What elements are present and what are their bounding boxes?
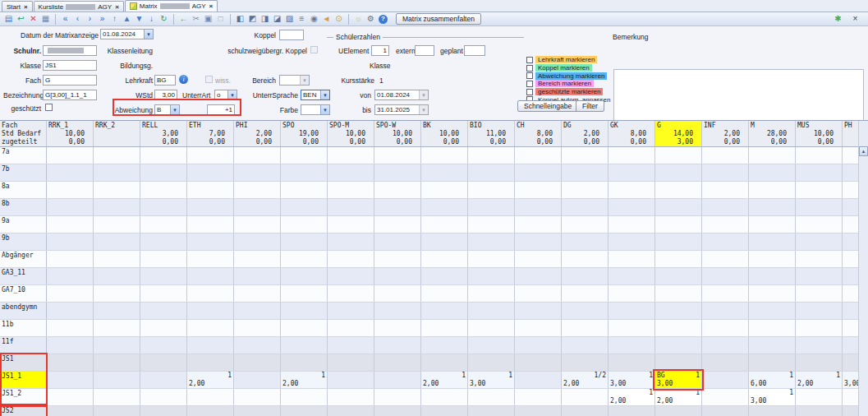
- matrix-cell-8b-PHI[interactable]: [234, 199, 281, 215]
- matrix-cell-9b-DG[interactable]: [562, 233, 609, 250]
- clock-icon[interactable]: ⊙: [333, 13, 345, 25]
- row-label-7b[interactable]: 7b: [0, 164, 47, 181]
- matrix-cell-11f-MUS[interactable]: [796, 337, 843, 354]
- matrix-cell-9a-RRK_1[interactable]: [47, 216, 94, 233]
- row-label-11f[interactable]: 11f: [0, 337, 47, 354]
- matrix-cell-JS2-DG[interactable]: [562, 406, 609, 416]
- preview-icon[interactable]: ◉: [308, 13, 320, 25]
- matrix-cell-9a-CH[interactable]: [515, 216, 562, 233]
- matrix-cell-JS1_2-MUS[interactable]: [796, 389, 843, 405]
- rooms-icon[interactable]: ▨: [283, 13, 296, 25]
- matrix-cell-11b-BK[interactable]: [421, 320, 468, 336]
- matrix-cell-GA3_11-SPO-M[interactable]: [328, 268, 374, 284]
- abweichung-extra-input[interactable]: [207, 104, 235, 115]
- copy-icon[interactable]: ▣: [202, 13, 214, 25]
- row-label-GA7_10[interactable]: GA7_10: [0, 285, 47, 302]
- geplant-input[interactable]: [464, 45, 485, 56]
- matrix-cell-JS1_1-PHI[interactable]: [234, 372, 281, 388]
- teachers-icon[interactable]: ◩: [246, 13, 259, 25]
- matrix-cell-11f-RRK_1[interactable]: [47, 337, 94, 354]
- matrix-cell-JS1_2-M[interactable]: 13,00: [749, 389, 796, 405]
- matrix-cell-GA7_10-INF[interactable]: [702, 285, 749, 302]
- matrix-cell-7b-RELL[interactable]: [140, 164, 187, 181]
- column-header-SPO-M[interactable]: SPO-M10,000,00: [328, 121, 374, 146]
- matrix-cell-abendgymn-SPO-W[interactable]: [374, 303, 421, 319]
- matrix-cell-8b-SPO[interactable]: [281, 199, 328, 215]
- matrix-cell-GA7_10-M[interactable]: [749, 285, 796, 302]
- matrix-cell-JS1_1-BK[interactable]: 12,00: [421, 372, 468, 388]
- save-icon[interactable]: ▤: [2, 13, 15, 25]
- matrix-cell-JS1_2-SPO-M[interactable]: [328, 389, 374, 405]
- matrix-cell-9b-INF[interactable]: [702, 233, 749, 250]
- matrix-cell-7b-INF[interactable]: [702, 164, 749, 181]
- courses-icon[interactable]: ◪: [271, 13, 283, 25]
- matrix-cell-GA7_10-SPO-M[interactable]: [328, 285, 374, 302]
- settings-icon[interactable]: ⚙: [365, 13, 377, 25]
- close-panel-icon[interactable]: ×: [849, 13, 861, 25]
- matrix-cell-GA3_11-INF[interactable]: [702, 268, 749, 284]
- matrix-cell-JS1-SPO-W[interactable]: [374, 354, 421, 371]
- matrix-cell-GA3_11-RRK_1[interactable]: [47, 268, 94, 284]
- matrix-cell-JS1_2-G[interactable]: 12,00: [655, 389, 702, 405]
- edit-table-icon[interactable]: ▦: [39, 13, 52, 25]
- matrix-cell-11f-SPO-W[interactable]: [374, 337, 421, 354]
- matrix-cell-7b-BK[interactable]: [421, 164, 468, 181]
- untersprache-combobox[interactable]: BEN ▼: [301, 90, 330, 100]
- column-header-ETH[interactable]: ETH7,000,00: [187, 121, 234, 146]
- matrix-cell-GA3_11-CH[interactable]: [515, 268, 562, 284]
- row-label-JS2[interactable]: JS2: [0, 406, 47, 416]
- row-label-JS1_1[interactable]: JS1_1: [0, 372, 47, 388]
- paste-icon[interactable]: □: [214, 13, 227, 25]
- first-record-icon[interactable]: «: [59, 13, 71, 25]
- matrix-cell-8b-BIO[interactable]: [468, 199, 515, 215]
- matrix-cell-JS1_2-DG[interactable]: [562, 389, 609, 405]
- matrix-cell-GA7_10-SPO[interactable]: [281, 285, 328, 302]
- matrix-cell-GA7_10-DG[interactable]: [562, 285, 609, 302]
- matrix-cell-8a-SPO[interactable]: [281, 182, 328, 198]
- tab-kursliste[interactable]: Kursliste AGY×: [34, 1, 124, 12]
- matrix-cell-abendgymn-RRK_2[interactable]: [94, 303, 140, 319]
- matrix-cell-11b-RRK_2[interactable]: [94, 320, 140, 336]
- matrix-cell-7a-SPO-W[interactable]: [374, 147, 421, 164]
- matrix-cell-7b-PHI[interactable]: [234, 164, 281, 181]
- matrix-cell-GA7_10-SPO-W[interactable]: [374, 285, 421, 302]
- matrix-cell-8a-SPO-W[interactable]: [374, 182, 421, 198]
- matrix-cell-GA3_11-G[interactable]: [655, 268, 702, 284]
- matrix-cell-abendgymn-SPO-M[interactable]: [328, 303, 374, 319]
- matrix-cell-JS1-DG[interactable]: [562, 354, 609, 371]
- matrix-cell-JS1_2-BIO[interactable]: [468, 389, 515, 405]
- chevron-down-icon[interactable]: ▼: [144, 30, 153, 39]
- matrix-cell-9b-RRK_2[interactable]: [94, 233, 140, 250]
- matrix-cell-JS1_1-MUS[interactable]: 12,00: [796, 372, 843, 388]
- matrix-cell-11f-BK[interactable]: [421, 337, 468, 354]
- matrix-cell-8b-CH[interactable]: [515, 199, 562, 215]
- matrix-cell-8b-GK[interactable]: [609, 199, 655, 215]
- matrix-cell-JS2-GK[interactable]: [609, 406, 655, 416]
- matrix-cell-JS1_1-GK[interactable]: 13,00: [609, 372, 655, 388]
- column-header-G[interactable]: G14,003,00: [655, 121, 702, 146]
- matrix-cell-11b-M[interactable]: [749, 320, 796, 336]
- matrix-cell-JS1_2-SPO-W[interactable]: [374, 389, 421, 405]
- matrix-cell-JS2-PHI[interactable]: [234, 406, 281, 416]
- column-header-BK[interactable]: BK10,000,00: [421, 121, 468, 146]
- matrix-cell-7a-MUS[interactable]: [796, 147, 843, 164]
- matrix-cell-8a-M[interactable]: [749, 182, 796, 198]
- marker-checkbox[interactable]: [526, 81, 533, 87]
- announce-icon[interactable]: ◄: [320, 13, 333, 25]
- matrix-cell-JS1-BK[interactable]: [421, 354, 468, 371]
- uelement-input[interactable]: [371, 45, 389, 56]
- matrix-cell-7b-G[interactable]: [655, 164, 702, 181]
- matrix-cell-JS1-G[interactable]: [655, 354, 702, 371]
- sort-descending-icon[interactable]: ↓: [145, 13, 158, 25]
- matrix-cell-8b-G[interactable]: [655, 199, 702, 215]
- column-header-INF[interactable]: INF2,000,00: [702, 121, 749, 146]
- matrix-cell-GA3_11-BIO[interactable]: [468, 268, 515, 284]
- bereich-combobox[interactable]: ▼: [279, 75, 310, 86]
- matrix-cell-GA3_11-ETH[interactable]: [187, 268, 234, 284]
- matrix-cell-8a-RRK_2[interactable]: [94, 182, 140, 198]
- matrix-cell-7a-ETH[interactable]: [187, 147, 234, 164]
- matrix-cell-JS1_1-G[interactable]: BG13,00: [655, 372, 702, 388]
- matrix-cell-JS1_2-GK[interactable]: 12,00: [609, 389, 655, 405]
- bezeichnung-input[interactable]: [43, 90, 97, 100]
- marker-checkbox[interactable]: [526, 65, 533, 72]
